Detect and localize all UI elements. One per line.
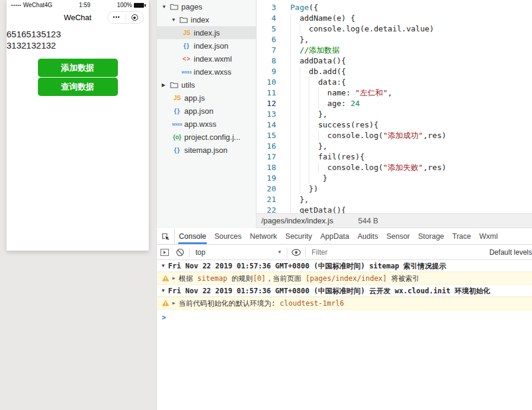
code-line: 22 getData(){	[257, 205, 532, 213]
indent-guides	[290, 88, 328, 98]
code-line: 4 addName(e) {	[257, 13, 532, 24]
code-segment: Page	[290, 3, 309, 12]
indent-guides	[290, 24, 309, 34]
line-number: 22	[257, 205, 276, 213]
toolbar-divider	[287, 248, 287, 257]
indent-guides	[290, 184, 309, 194]
eye-icon[interactable]	[289, 245, 304, 260]
expand-icon[interactable]: ▶	[172, 274, 175, 283]
message-part: ，当前页面	[266, 274, 306, 283]
indent-guides	[290, 173, 318, 184]
chevron-right-icon[interactable]: ▶	[162, 82, 168, 88]
js-file-icon: JS	[171, 95, 183, 101]
tree-item-index-json[interactable]: {}index.json	[157, 39, 256, 52]
tree-item-sitemap-json[interactable]: {}sitemap.json	[157, 143, 256, 156]
tree-item-app-wxss[interactable]: wxssapp.wxss	[157, 117, 256, 130]
capsule-menu[interactable]: •••	[107, 11, 144, 24]
warning-icon	[162, 300, 169, 308]
line-number: 16	[257, 141, 276, 152]
tree-item-app-json[interactable]: {}app.json	[157, 104, 256, 117]
code-editor[interactable]: 3Page({4 addName(e) {5 console.log(e.det…	[257, 0, 532, 213]
file-label: utils	[181, 81, 195, 89]
wxss-file-icon: wxss	[181, 70, 193, 74]
tab-wxml[interactable]: Wxml	[475, 229, 502, 244]
tab-appdata[interactable]: AppData	[316, 229, 354, 244]
tree-item-index-wxml[interactable]: <>index.wxml	[157, 52, 256, 65]
file-explorer: ▼pages▼indexJSindex.js{}index.json<>inde…	[156, 0, 257, 228]
clear-console-icon[interactable]	[172, 245, 188, 260]
tab-audits[interactable]: Audits	[353, 229, 382, 244]
code-segment: "左仁和"	[355, 88, 388, 97]
code-segment: addName(e) {	[290, 14, 355, 23]
code-text: data:{	[290, 77, 346, 88]
tree-item-index-js[interactable]: JSindex.js	[157, 26, 256, 39]
code-line: 14 success(res){	[257, 120, 532, 130]
context-selector[interactable]: top ▼	[191, 248, 286, 257]
inspect-element-icon[interactable]	[157, 229, 175, 244]
show-sidebar-icon[interactable]	[157, 245, 172, 260]
json-file-icon: {}	[171, 107, 183, 114]
filter-input[interactable]	[307, 248, 486, 257]
code-line: 10 data:{	[257, 77, 532, 88]
code-text: addName(e) {	[290, 13, 355, 24]
tab-trace[interactable]: Trace	[448, 229, 476, 244]
tree-item-index-wxss[interactable]: wxssindex.wxss	[157, 65, 256, 78]
code-line: 6 },	[257, 34, 532, 45]
tab-network[interactable]: Network	[246, 229, 281, 244]
more-menu-icon[interactable]: •••	[108, 12, 126, 23]
code-text: console.log("添加失败",res)	[290, 162, 446, 173]
code-line: 5 console.log(e.detail.value)	[257, 24, 532, 34]
chevron-down-icon[interactable]: ▼	[171, 17, 178, 23]
code-line: 13 },	[257, 109, 532, 120]
message-part: Fri Nov 22 2019 01:57:36 GMT+0800 (中国标准时…	[168, 287, 491, 295]
page-output-text: 651651351233132132132	[7, 27, 149, 51]
indent-guides	[290, 162, 328, 173]
code-line: 17 fail(res){	[257, 152, 532, 162]
tree-item-index[interactable]: ▼index	[157, 13, 256, 26]
open-file-path: /pages/index/index.js	[261, 216, 333, 225]
expand-icon[interactable]: ▶	[172, 299, 175, 308]
folder-icon	[168, 82, 180, 88]
message-part: [pages/index/index]	[306, 274, 387, 283]
folder-icon	[178, 17, 190, 23]
code-line: 8 addData(){	[257, 56, 532, 66]
tab-console[interactable]: Console	[175, 229, 210, 244]
tab-sensor[interactable]: Sensor	[382, 229, 414, 244]
indent-guides	[290, 34, 300, 45]
message-part: 的规则	[227, 274, 253, 283]
collapse-icon[interactable]: ▼	[162, 262, 165, 270]
tree-item-project-config-j-[interactable]: {o}project.config.j...	[157, 130, 256, 143]
add-data-button[interactable]: 添加数据	[38, 59, 118, 77]
code-text: })	[290, 184, 318, 194]
line-number: 14	[257, 120, 276, 130]
tab-sources[interactable]: Sources	[210, 229, 246, 244]
exit-circle-icon[interactable]	[126, 14, 144, 21]
tree-item-pages[interactable]: ▼pages	[157, 0, 256, 13]
code-text: },	[290, 109, 328, 120]
code-line: 15 console.log("添加成功",res)	[257, 130, 532, 141]
message-text: Fri Nov 22 2019 01:57:36 GMT+0800 (中国标准时…	[168, 262, 446, 270]
console-toolbar: top ▼ Default levels	[157, 245, 532, 260]
line-number: 17	[257, 152, 276, 162]
battery-icon	[134, 3, 144, 8]
carrier-label: ••••• WeChat4G	[11, 2, 52, 8]
tree-item-utils[interactable]: ▶utils	[157, 78, 256, 91]
log-level-selector[interactable]: Default levels	[486, 248, 532, 257]
tab-security[interactable]: Security	[281, 229, 316, 244]
line-number: 10	[257, 77, 276, 88]
code-text: console.log(e.detail.value)	[290, 24, 434, 34]
code-text: },	[290, 141, 328, 152]
console-prompt-row[interactable]: >	[157, 310, 532, 325]
query-data-button[interactable]: 查询数据	[38, 78, 118, 96]
code-line: 20 })	[257, 184, 532, 194]
file-label: app.json	[184, 107, 213, 116]
code-line: 11 name: "左仁和",	[257, 88, 532, 98]
indent-guides	[290, 152, 318, 162]
chevron-down-icon[interactable]: ▼	[162, 4, 168, 9]
message-text: 根据 sitemap 的规则[0]，当前页面 [pages/index/inde…	[179, 274, 419, 283]
tree-item-app-js[interactable]: JSapp.js	[157, 91, 256, 104]
tab-storage[interactable]: Storage	[414, 229, 448, 244]
toolbar-divider	[189, 248, 190, 257]
phone-screen: ••••• WeChat4G 1:59 100% WeChat ••• 6516…	[7, 0, 149, 251]
collapse-icon[interactable]: ▼	[162, 287, 165, 295]
